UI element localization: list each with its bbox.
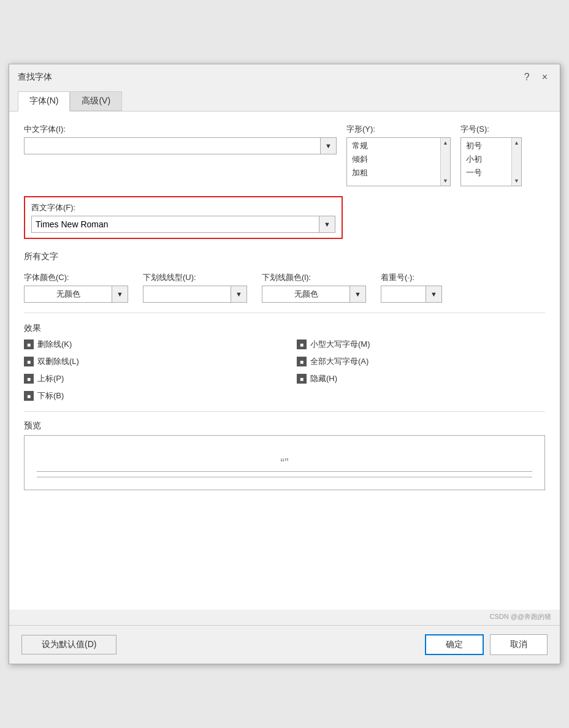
font-style-listbox[interactable]: 常规 倾斜 加粗 ▲ ▼ — [346, 137, 451, 186]
emphasis-dropdown-btn[interactable]: ▼ — [426, 286, 441, 302]
western-font-highlighted: 西文字体(F): ▼ — [24, 196, 343, 239]
emphasis-input-row[interactable]: ▼ — [381, 286, 442, 303]
chinese-font-group: 中文字体(I): ▼ — [24, 124, 337, 154]
emphasis-label: 着重号(·): — [381, 272, 442, 283]
font-style-scrollbar: ▲ ▼ — [440, 138, 450, 186]
font-size-scrollbar: ▲ ▼ — [511, 138, 521, 186]
font-style-scroll-down[interactable]: ▼ — [441, 176, 450, 186]
all-text-label: 所有文字 — [24, 249, 545, 262]
subscript-checkbox-icon: ■ — [24, 391, 34, 401]
font-color-field: 字体颜色(C): 无颜色 ▼ — [24, 272, 128, 303]
effects-section: 效果 ■ 删除线(K) ■ 小型大写字母(M) ■ 双删除线(L) — [24, 313, 545, 401]
double-strikethrough-checkbox-icon: ■ — [24, 357, 34, 366]
tabs-bar: 字体(N) 高级(V) — [9, 86, 560, 112]
dialog: 查找字体 ? × 字体(N) 高级(V) 中文字体(I): ▼ — [9, 64, 560, 664]
effect-superscript[interactable]: ■ 上标(P) — [24, 373, 272, 384]
main-content: 中文字体(I): ▼ 字形(Y): 常规 倾斜 加粗 ▲ — [9, 112, 560, 610]
close-button[interactable]: × — [538, 70, 551, 84]
chinese-font-dropdown-btn[interactable]: ▼ — [320, 138, 336, 154]
font-style-group: 字形(Y): 常规 倾斜 加粗 ▲ ▼ — [346, 124, 451, 186]
font-style-item-regular[interactable]: 常规 — [347, 139, 450, 153]
western-font-row: 西文字体(F): ▼ — [24, 196, 545, 239]
chinese-font-label: 中文字体(I): — [24, 124, 337, 135]
top-fields-row: 中文字体(I): ▼ 字形(Y): 常规 倾斜 加粗 ▲ — [24, 124, 545, 186]
underline-style-field: 下划线线型(U): ▼ — [143, 272, 247, 303]
effects-label: 效果 — [24, 320, 545, 334]
superscript-label: 上标(P) — [37, 373, 64, 384]
spacer — [24, 500, 545, 597]
hidden-label: 隐藏(H) — [310, 373, 337, 384]
superscript-checkbox-icon: ■ — [24, 374, 34, 384]
preview-line-1 — [37, 471, 532, 472]
effect-strikethrough[interactable]: ■ 删除线(K) — [24, 339, 272, 350]
font-style-scroll-up[interactable]: ▲ — [441, 138, 450, 148]
chinese-font-input[interactable] — [25, 142, 320, 151]
underline-color-field: 下划线颜色(l): 无颜色 ▼ — [262, 272, 366, 303]
underline-color-dropdown-btn[interactable]: ▼ — [349, 286, 365, 302]
subscript-label: 下标(B) — [37, 390, 64, 401]
effect-all-caps[interactable]: ■ 全部大写字母(A) — [297, 356, 545, 367]
small-caps-label: 小型大写字母(M) — [310, 339, 370, 350]
font-color-label: 字体颜色(C): — [24, 272, 128, 283]
set-default-button[interactable]: 设为默认值(D) — [21, 635, 116, 654]
font-size-group: 字号(S): 初号 小初 一号 ▲ ▼ — [460, 124, 522, 186]
effect-hidden[interactable]: ■ 隐藏(H) — [297, 373, 545, 384]
western-font-label: 西文字体(F): — [31, 202, 335, 213]
title-bar-controls: ? × — [521, 70, 551, 84]
effect-double-strikethrough[interactable]: ■ 双删除线(L) — [24, 356, 272, 367]
hidden-checkbox-icon: ■ — [297, 374, 307, 384]
western-font-input[interactable] — [32, 219, 319, 229]
title-bar: 查找字体 ? × — [9, 64, 560, 84]
strikethrough-label: 删除线(K) — [37, 339, 72, 350]
preview-section: 预览 “” — [24, 411, 545, 490]
preview-label: 预览 — [24, 418, 545, 431]
font-style-items: 常规 倾斜 加粗 — [347, 138, 450, 181]
all-caps-checkbox-icon: ■ — [297, 357, 307, 366]
preview-box: “” — [24, 435, 545, 490]
strikethrough-checkbox-icon: ■ — [24, 339, 34, 349]
underline-style-input-row[interactable]: ▼ — [143, 286, 247, 303]
font-size-scroll-down[interactable]: ▼ — [512, 176, 521, 186]
footer-right-buttons: 确定 取消 — [425, 634, 548, 655]
ok-button[interactable]: 确定 — [425, 634, 484, 655]
tab-advanced[interactable]: 高级(V) — [70, 91, 122, 111]
preview-char: “” — [280, 456, 288, 470]
font-color-value: 无颜色 — [25, 289, 112, 300]
effect-small-caps[interactable]: ■ 小型大写字母(M) — [297, 339, 545, 350]
small-caps-checkbox-icon: ■ — [297, 339, 307, 349]
dialog-title: 查找字体 — [18, 72, 52, 83]
effects-grid: ■ 删除线(K) ■ 小型大写字母(M) ■ 双删除线(L) ■ 全部大写字母(… — [24, 339, 545, 401]
font-size-label: 字号(S): — [460, 124, 522, 135]
underline-style-dropdown-btn[interactable]: ▼ — [231, 286, 246, 302]
font-color-dropdown-btn[interactable]: ▼ — [112, 286, 128, 302]
footer: 设为默认值(D) 确定 取消 — [9, 625, 560, 664]
emphasis-field: 着重号(·): ▼ — [381, 272, 442, 303]
color-row: 字体颜色(C): 无颜色 ▼ 下划线线型(U): ▼ 下划线颜色(l): 无颜色 — [24, 272, 545, 303]
underline-color-value: 无颜色 — [262, 289, 349, 300]
western-font-input-row[interactable]: ▼ — [31, 216, 335, 233]
font-style-label: 字形(Y): — [346, 124, 451, 135]
effect-subscript[interactable]: ■ 下标(B) — [24, 390, 272, 401]
underline-style-label: 下划线线型(U): — [143, 272, 247, 283]
all-caps-label: 全部大写字母(A) — [310, 356, 369, 367]
cancel-button[interactable]: 取消 — [490, 634, 548, 655]
underline-color-label: 下划线颜色(l): — [262, 272, 366, 283]
underline-color-input-row[interactable]: 无颜色 ▼ — [262, 286, 366, 303]
tab-font[interactable]: 字体(N) — [18, 91, 70, 112]
effects-empty-cell — [297, 390, 545, 401]
double-strikethrough-label: 双删除线(L) — [37, 356, 79, 367]
preview-lines — [25, 471, 544, 477]
font-size-listbox[interactable]: 初号 小初 一号 ▲ ▼ — [460, 137, 522, 186]
font-style-item-italic[interactable]: 倾斜 — [347, 153, 450, 166]
help-button[interactable]: ? — [521, 70, 533, 84]
font-style-item-bold[interactable]: 加粗 — [347, 166, 450, 180]
western-font-dropdown-btn[interactable]: ▼ — [319, 216, 335, 232]
watermark: CSDN @@奔跑的猪 — [9, 610, 560, 625]
chinese-font-input-row[interactable]: ▼ — [24, 137, 337, 154]
font-size-scroll-up[interactable]: ▲ — [512, 138, 521, 148]
preview-line-2 — [37, 477, 532, 477]
font-color-input-row[interactable]: 无颜色 ▼ — [24, 286, 128, 303]
